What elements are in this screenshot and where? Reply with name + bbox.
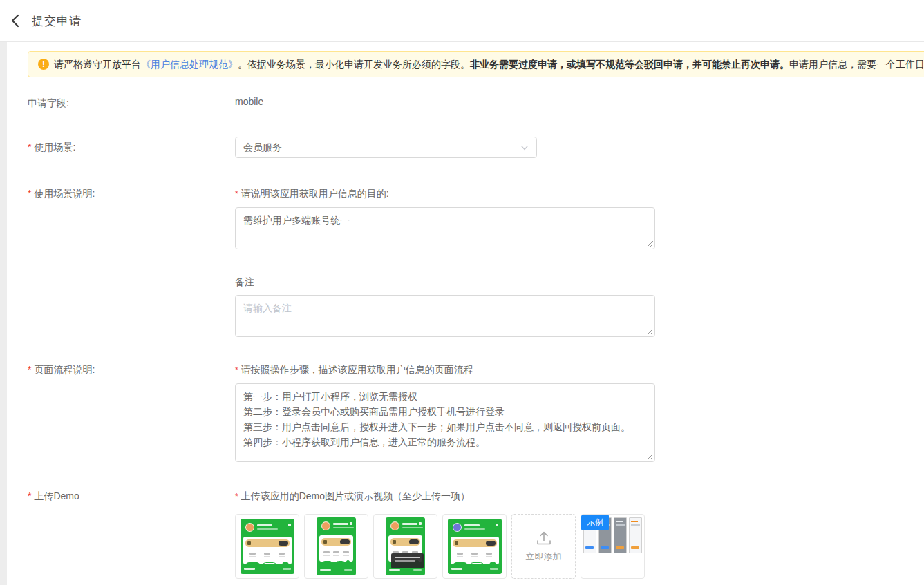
example-badge: 示例 — [581, 515, 609, 530]
scene-description-label: *使用场景说明: — [28, 186, 235, 200]
avatar — [321, 521, 330, 530]
uploaded-demo-image-1[interactable] — [235, 514, 299, 579]
notice-text-bold: 非业务需要过度申请，或填写不规范等会驳回申请，并可能禁止再次申请。 — [470, 59, 789, 70]
permission-tooltip — [391, 553, 424, 568]
usage-scene-select[interactable]: 会员服务 — [235, 137, 537, 158]
add-upload-label: 立即添加 — [526, 550, 562, 563]
warning-icon: ! — [38, 59, 49, 70]
notice-text-tail: 申请用户信息，需要一个工作日左右的审核时间，请耐 — [789, 59, 924, 70]
chevron-left-icon — [10, 14, 21, 28]
uploaded-demo-image-4[interactable] — [442, 514, 507, 579]
row-scene-description: *使用场景说明: *请说明该应用获取用户信息的目的: 需维护用户多端账号统一 备… — [28, 186, 924, 337]
form-panel: ! 请严格遵守开放平台《用户信息处理规范》。依据业务场景，最小化申请开发业务所必… — [7, 42, 924, 585]
mini-program-screenshot — [448, 519, 502, 574]
add-upload-button[interactable]: 立即添加 — [511, 514, 576, 579]
uploaded-demo-image-2[interactable] — [304, 514, 368, 579]
page-flow-hint: *请按照操作步骤，描述该应用获取用户信息的页面流程 — [235, 363, 924, 377]
upload-thumbnail-list: 立即添加示例 — [235, 514, 924, 579]
purpose-textarea[interactable]: 需维护用户多端账号统一 — [235, 207, 655, 249]
page-header: 提交申请 — [0, 0, 924, 42]
purpose-hint: *请说明该应用获取用户信息的目的: — [235, 186, 924, 201]
apply-field-value: mobile — [235, 96, 263, 107]
back-button[interactable] — [0, 6, 30, 36]
avatar — [390, 521, 399, 530]
usage-scene-selected-value: 会员服务 — [243, 142, 282, 154]
row-usage-scene: *使用场景: 会员服务 — [28, 137, 924, 158]
notice-text-pre: 请严格遵守开放平台 — [54, 59, 141, 70]
example-thumbnail[interactable]: 示例 — [581, 514, 645, 579]
notice-bar: ! 请严格遵守开放平台《用户信息处理规范》。依据业务场景，最小化申请开发业务所必… — [28, 51, 924, 77]
mini-program-screenshot — [386, 517, 425, 575]
upload-icon — [535, 530, 553, 546]
row-apply-field: 申请字段: mobile — [28, 96, 924, 110]
page-flow-textarea[interactable]: 第一步：用户打开小程序，浏览无需授权 第二步：登录会员中心或购买商品需用户授权手… — [235, 383, 655, 462]
uploaded-demo-image-3[interactable] — [373, 514, 437, 579]
mini-program-screenshot — [317, 517, 356, 575]
page-flow-label: *页面流程说明: — [28, 363, 235, 376]
avatar — [245, 523, 254, 532]
upload-hint: *上传该应用的Demo图片或演示视频（至少上传一项） — [235, 489, 924, 504]
row-upload-demo: *上传Demo *上传该应用的Demo图片或演示视频（至少上传一项） 立即添加示… — [28, 489, 924, 585]
avatar — [453, 523, 462, 532]
user-info-spec-link[interactable]: 《用户信息处理规范》 — [141, 59, 238, 70]
apply-field-label: 申请字段: — [28, 96, 235, 110]
notice-text-mid: 。依据业务场景，最小化申请开发业务所必须的字段。 — [238, 59, 470, 70]
usage-scene-label: *使用场景: — [28, 142, 235, 154]
chevron-down-icon — [520, 144, 529, 152]
page-title: 提交申请 — [32, 13, 82, 29]
row-page-flow: *页面流程说明: *请按照操作步骤，描述该应用获取用户信息的页面流程 第一步：用… — [28, 363, 924, 462]
mini-program-screenshot — [241, 519, 294, 574]
note-textarea[interactable] — [235, 295, 655, 337]
upload-demo-label: *上传Demo — [28, 489, 235, 503]
note-label: 备注 — [235, 275, 924, 289]
